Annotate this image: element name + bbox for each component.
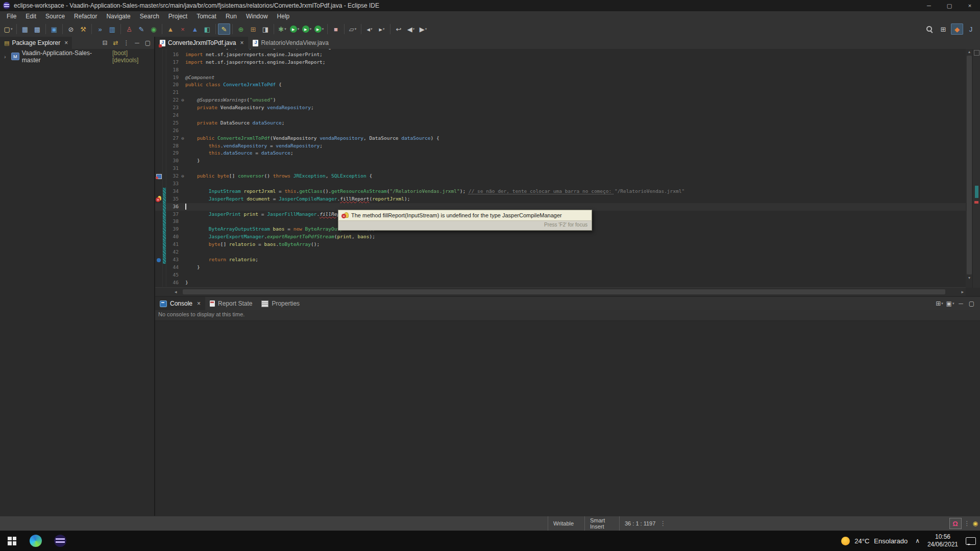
error-marker-tick[interactable]	[974, 201, 978, 204]
minimize-window-button[interactable]: ─	[919, 0, 939, 11]
scroll-left-icon[interactable]: ◂	[175, 288, 177, 296]
annotation-ruler[interactable]	[155, 203, 162, 211]
annotation-ruler[interactable]	[155, 51, 162, 59]
code-text[interactable]: InputStream reportJrxml = this.getClass(…	[185, 188, 966, 195]
code-text[interactable]	[185, 127, 966, 135]
menu-search[interactable]: Search	[135, 12, 164, 21]
code-line-22[interactable]: 22⊖ @SuppressWarnings("unused")	[155, 96, 966, 104]
taskbar-clock[interactable]: 10:56 24/06/2021	[927, 533, 958, 548]
menu-window[interactable]: Window	[241, 12, 273, 21]
code-line-19[interactable]: 19@Component	[155, 74, 966, 82]
console-tab-console[interactable]: Console×	[155, 297, 205, 310]
code-text[interactable]: JasperReport document = JasperCompileMan…	[185, 195, 966, 203]
menu-edit[interactable]: Edit	[21, 12, 41, 21]
open-console-button[interactable]: ⊞▾	[934, 298, 945, 309]
annotation-ruler[interactable]	[155, 81, 162, 89]
scroll-up-icon[interactable]: ▴	[966, 49, 973, 55]
code-line-18[interactable]: 18	[155, 66, 966, 74]
new-wizard-button[interactable]: ▢▾	[2, 23, 14, 35]
tree-item-project[interactable]: › Vaadin-Application-Sales-master [boot]…	[0, 52, 154, 61]
annotation-ruler[interactable]	[155, 59, 162, 66]
open-terminal-button[interactable]: ▣	[48, 23, 60, 35]
code-line-24[interactable]: 24	[155, 112, 966, 119]
code-line-28[interactable]: 28 this.vendaRepository = vendaRepositor…	[155, 142, 966, 150]
annotation-ruler[interactable]	[155, 135, 162, 142]
notification-bell-icon[interactable]	[949, 518, 962, 529]
scroll-down-icon[interactable]: ▾	[966, 275, 973, 281]
code-line-29[interactable]: 29 this.dataSource = dataSource;	[155, 149, 966, 157]
code-line-46[interactable]: 46}	[155, 279, 966, 287]
code-text[interactable]: public byte[] conversor() throws JRExcep…	[185, 172, 966, 180]
code-text[interactable]: }	[185, 279, 966, 287]
tomcat-restart-button[interactable]: ▲	[189, 23, 201, 35]
code-line-32[interactable]: 32⊖ public byte[] conversor() throws JRE…	[155, 172, 966, 180]
annotation-ruler[interactable]	[155, 142, 162, 150]
annotation-ruler[interactable]	[155, 226, 162, 233]
minimize-view-button[interactable]: ─	[955, 298, 966, 309]
code-text[interactable]	[185, 112, 966, 119]
annotation-ruler[interactable]	[155, 211, 162, 218]
edit-launch-config-button[interactable]: ✎	[135, 23, 148, 35]
annotation-ruler[interactable]	[155, 74, 162, 82]
tomcat-start-button[interactable]: ▲	[164, 23, 177, 35]
code-line-44[interactable]: 44 }	[155, 264, 966, 271]
last-edit-location-button[interactable]: ↩	[393, 23, 405, 35]
run-button[interactable]: ▶▾	[288, 23, 301, 35]
code-text[interactable]: JasperExportManager.exportReportToPdfStr…	[185, 233, 966, 241]
launch-marker[interactable]	[155, 172, 162, 180]
expander-icon[interactable]: ›	[4, 54, 9, 60]
code-line-21[interactable]: 21	[155, 89, 966, 96]
annotation-ruler[interactable]	[155, 157, 162, 165]
annotation-ruler[interactable]	[155, 104, 162, 112]
code-line-45[interactable]: 45	[155, 271, 966, 279]
code-line-16[interactable]: 16import net.sf.jasperreports.engine.Jas…	[155, 51, 966, 59]
menu-file[interactable]: File	[2, 12, 21, 21]
annotation-ruler[interactable]	[155, 89, 162, 96]
fold-marker[interactable]: ⊖	[180, 96, 185, 104]
action-center-icon[interactable]	[966, 537, 976, 545]
run-external-tools-button[interactable]: ▶▾	[313, 23, 325, 35]
eclipse-taskbar-icon[interactable]	[54, 535, 66, 547]
annotation-ruler[interactable]	[155, 119, 162, 127]
start-server-button[interactable]: ◉	[148, 23, 160, 35]
code-text[interactable]: public ConverteJrxmlToPdf(VendaRepositor…	[185, 135, 966, 142]
code-line-17[interactable]: 17import net.sf.jasperreports.engine.Jas…	[155, 59, 966, 66]
view-menu-button[interactable]: ⋮	[121, 38, 132, 48]
back-button[interactable]: ◀▾	[405, 23, 417, 35]
annotation-ruler[interactable]	[155, 248, 162, 256]
code-line-20[interactable]: 20public class ConverteJrxmlToPdf {	[155, 81, 966, 89]
mark-occurrences-button[interactable]: ✎	[218, 23, 230, 35]
annotation-ruler[interactable]	[155, 188, 162, 195]
fold-marker[interactable]: ⊖	[180, 172, 185, 180]
close-window-button[interactable]: ×	[960, 0, 980, 11]
menu-navigate[interactable]: Navigate	[102, 12, 135, 21]
annotation-ruler[interactable]	[155, 218, 162, 226]
code-text[interactable]: this.vendaRepository = vendaRepository;	[185, 142, 966, 150]
previous-annotation-button[interactable]: ◂▾	[363, 23, 376, 35]
build-all-button[interactable]: ⚒	[77, 23, 89, 35]
code-text[interactable]: private DataSource dataSource;	[185, 119, 966, 127]
code-line-42[interactable]: 42	[155, 248, 966, 256]
code-line-40[interactable]: 40 JasperExportManager.exportReportToPdf…	[155, 233, 966, 241]
scroll-right-icon[interactable]: ▸	[961, 288, 964, 296]
code-text[interactable]: private VendaRepository vendaRepository;	[185, 104, 966, 112]
maximize-view-button[interactable]: ▢	[966, 298, 977, 309]
code-line-43[interactable]: 43 return relatorio;	[155, 256, 966, 264]
console-tab-properties[interactable]: Properties	[257, 297, 304, 310]
tip-lightbulb-icon[interactable]	[973, 520, 978, 527]
menu-help[interactable]: Help	[273, 12, 295, 21]
close-tab-icon[interactable]: ×	[240, 39, 243, 46]
java-perspective-button[interactable]: J	[965, 23, 977, 35]
code-text[interactable]	[185, 248, 966, 256]
collapse-all-button[interactable]: ⊟	[100, 38, 110, 48]
code-line-41[interactable]: 41 byte[] relatorio = baos.toByteArray()…	[155, 241, 966, 248]
code-text[interactable]	[185, 66, 966, 74]
menu-run[interactable]: Run	[221, 12, 241, 21]
open-perspective-button[interactable]: ⊞	[937, 23, 949, 35]
annotation-ruler[interactable]	[155, 149, 162, 157]
debug-button[interactable]: ✱▾	[276, 23, 288, 35]
code-text[interactable]: }	[185, 157, 966, 165]
forward-button[interactable]: ▶▾	[417, 23, 429, 35]
code-text[interactable]: return relatorio;	[185, 256, 966, 264]
annotation-ruler[interactable]	[155, 180, 162, 188]
